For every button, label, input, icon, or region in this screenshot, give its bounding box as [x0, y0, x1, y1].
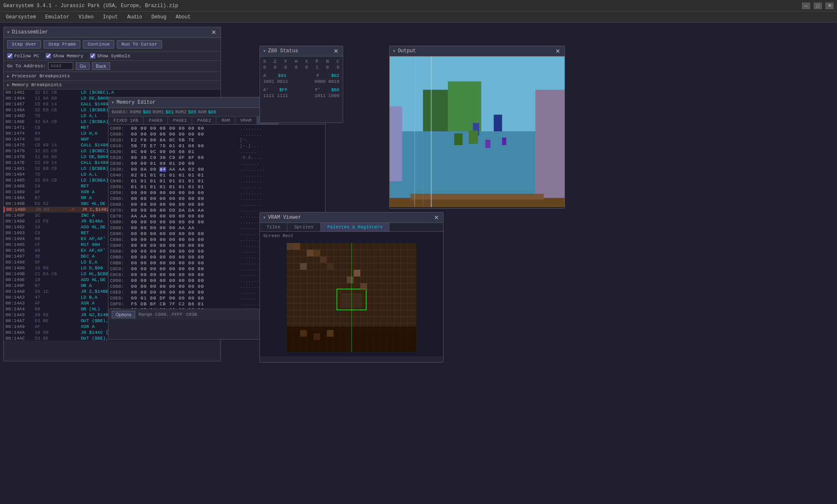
- menu-input[interactable]: Input: [99, 13, 122, 21]
- menu-debug[interactable]: Debug: [147, 13, 171, 21]
- z80-collapse-icon[interactable]: [263, 48, 265, 54]
- z80-a-bits: 1001 0011: [263, 79, 288, 84]
- tab-page1[interactable]: PAGE1: [168, 117, 192, 124]
- vram-canvas: [287, 243, 416, 352]
- options-btn[interactable]: Options: [112, 311, 135, 318]
- disassembler-title-row: Disassembler: [7, 29, 48, 35]
- s-flag-val: 0: [263, 65, 266, 70]
- continue-btn[interactable]: Continue: [83, 40, 114, 49]
- menu-audio[interactable]: Audio: [123, 13, 146, 21]
- step-over-btn[interactable]: Step Over: [7, 40, 41, 49]
- svg-rect-7: [494, 115, 502, 131]
- svg-rect-65: [327, 330, 334, 337]
- svg-rect-64: [313, 333, 320, 340]
- list-item: C048:01 01 01 01 01 01 01 01 ........: [110, 178, 324, 184]
- menu-gearsystem[interactable]: Gearsystem: [2, 13, 40, 21]
- menu-video[interactable]: Video: [74, 13, 98, 21]
- tab-page2[interactable]: PAGE2: [192, 117, 216, 124]
- rom1-label: ROM1: [153, 110, 164, 115]
- tab-page0[interactable]: PAGE0: [144, 117, 168, 124]
- z80-flags-values: 0 0 0 0 0 1 0 0: [263, 65, 339, 70]
- close-btn[interactable]: ✕: [825, 3, 834, 9]
- show-memory-checkbox[interactable]: [46, 53, 51, 59]
- vram-tabs: Tiles Sprites Palettes & Registers: [260, 223, 443, 232]
- svg-rect-53: [313, 250, 320, 256]
- goto-label: Go To Address:: [7, 64, 46, 69]
- menu-about[interactable]: About: [172, 13, 195, 21]
- x-flag-label: X: [305, 59, 308, 64]
- svg-rect-2: [390, 106, 402, 181]
- svg-rect-63: [300, 330, 307, 337]
- follow-pc-checkbox-label[interactable]: Follow PC: [7, 53, 39, 59]
- disassembler-close-btn[interactable]: ✕: [211, 29, 217, 36]
- z80-content: S Z Y H X P N C 0 0 0 0 0 1 0 0 A: [260, 56, 343, 102]
- maximize-btn[interactable]: □: [814, 3, 822, 9]
- vram-title: VRAM Viewer: [268, 215, 301, 220]
- disassembler-collapse-icon[interactable]: [7, 29, 9, 35]
- memory-breakpoints-header[interactable]: Memory Breakpoints: [4, 81, 221, 90]
- z80-a-bits-row: 1001 0011 0000 0010: [263, 79, 339, 84]
- screen-rect-label: Screen Rect: [263, 233, 294, 238]
- svg-rect-59: [354, 270, 360, 276]
- goto-btn[interactable]: Go: [76, 62, 90, 70]
- vram-collapse-icon[interactable]: [263, 215, 265, 220]
- step-frame-btn[interactable]: Step Frame: [44, 40, 80, 49]
- tab-tiles[interactable]: Tiles: [260, 223, 288, 231]
- main-area: Disassembler ✕ Step Over Step Frame Cont…: [0, 23, 837, 504]
- rom2-value: $05: [188, 110, 196, 115]
- z80-close-btn[interactable]: ✕: [333, 48, 339, 54]
- svg-rect-17: [469, 130, 478, 144]
- list-item: C058:00 00 00 00 00 00 00 00 ........: [110, 190, 324, 196]
- output-header: Output ✕: [390, 46, 565, 56]
- svg-rect-5: [423, 90, 448, 131]
- menu-bar: Gearsystem Emulator Video Input Audio De…: [0, 12, 837, 23]
- z80-f-prime-val: $B8: [331, 87, 339, 92]
- tab-palettes-registers[interactable]: Palettes & Registers: [321, 223, 390, 231]
- mem-bp-collapse-icon: [7, 82, 9, 87]
- rom2-label: ROM2: [175, 110, 186, 115]
- rom1-value: $01: [165, 110, 174, 115]
- goto-input[interactable]: [48, 62, 73, 70]
- output-collapse-icon[interactable]: [393, 48, 395, 54]
- z80-flags-row: S Z Y H X P N C: [263, 59, 339, 64]
- z80-status-panel: Z80 Status ✕ S Z Y H X P N C 0 0 0 0 0 1: [259, 46, 343, 123]
- show-symbols-checkbox[interactable]: [90, 53, 95, 59]
- list-item: C068:00 00 00 00 00 00 00 00 ........: [110, 202, 324, 207]
- list-item: C020:9C 00 9C 00 00 08 01 ......: [110, 149, 324, 155]
- menu-emulator[interactable]: Emulator: [41, 13, 74, 21]
- tab-fixed-1kb[interactable]: FIXED 1KB: [108, 117, 144, 124]
- proc-bp-label: Processor Breakpoints: [12, 74, 70, 79]
- z80-title: Z80 Status: [268, 48, 298, 54]
- cursor-label: C03B: [186, 312, 197, 317]
- memory-editor-title: Memory Editor: [116, 100, 156, 105]
- goto-row: Go To Address: Go Back: [4, 61, 221, 72]
- z80-a-val: $93: [278, 73, 286, 78]
- table-row: 00:146132 EC CBLD ($CBEC),A: [4, 90, 221, 95]
- mem-editor-collapse-icon[interactable]: [112, 100, 114, 105]
- output-close-btn[interactable]: ✕: [555, 48, 561, 54]
- vram-canvas-area: [263, 240, 440, 355]
- processor-breakpoints-header[interactable]: Processor Breakpoints: [4, 72, 221, 81]
- range-label: Range C000..FFFF: [139, 312, 183, 317]
- vram-close-btn[interactable]: ✕: [433, 214, 440, 221]
- show-memory-checkbox-label[interactable]: Show Memory: [46, 53, 83, 59]
- list-item: C040:02 01 01 01 01 01 01 01 ........: [110, 172, 324, 178]
- svg-rect-15: [502, 138, 506, 145]
- back-btn[interactable]: Back: [92, 62, 110, 70]
- tab-vram[interactable]: VRAM: [235, 117, 257, 124]
- show-symbols-checkbox-label[interactable]: Show Symbols: [90, 53, 130, 59]
- disasm-options-row: Follow PC Show Memory Show Symbols: [4, 51, 221, 61]
- list-item: C000:00 00 00 00 00 00 00 00 ........: [110, 125, 324, 131]
- x-flag-val: 0: [305, 65, 308, 70]
- follow-pc-checkbox[interactable]: [7, 53, 13, 59]
- run-to-cursor-btn[interactable]: Run To Cursor: [117, 40, 162, 49]
- y-flag-label: Y: [284, 59, 287, 64]
- vram-title-row: VRAM Viewer: [263, 215, 301, 220]
- minimize-btn[interactable]: ─: [802, 3, 810, 9]
- list-item: C010:E2 F8 00 8A 0C 5B 7E [~.: [110, 137, 324, 143]
- output-canvas: [390, 56, 565, 207]
- svg-rect-52: [307, 250, 313, 256]
- z-flag-label: Z: [274, 59, 277, 64]
- tab-ram[interactable]: RAM: [216, 117, 235, 124]
- tab-sprites[interactable]: Sprites: [288, 223, 321, 231]
